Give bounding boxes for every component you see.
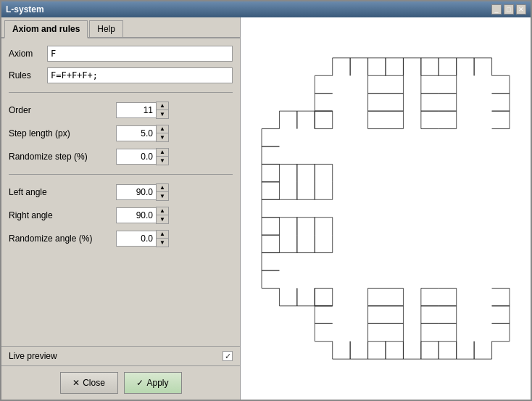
window-title: L-system <box>6 4 44 15</box>
separator-2 <box>9 174 233 175</box>
randomize-angle-spinner-buttons: ▲ ▼ <box>156 230 169 247</box>
order-spinner: ▲ ▼ <box>116 102 169 119</box>
randomize-step-row: Randomize step (%) ▲ ▼ <box>9 148 233 165</box>
order-row: Order ▲ ▼ <box>9 102 233 119</box>
randomize-step-label: Randomize step (%) <box>9 152 110 162</box>
randomize-angle-up-button[interactable]: ▲ <box>157 231 168 239</box>
separator-1 <box>9 92 233 93</box>
tab-help[interactable]: Help <box>89 20 123 37</box>
minimize-button[interactable]: _ <box>491 4 502 15</box>
right-angle-down-button[interactable]: ▼ <box>157 215 168 223</box>
close-button-label: Close <box>83 378 105 388</box>
content-area: Axiom and rules Help Axiom Rules Order <box>1 17 531 400</box>
order-spinner-buttons: ▲ ▼ <box>156 102 169 119</box>
randomize-angle-spinner: ▲ ▼ <box>116 230 169 247</box>
step-length-down-button[interactable]: ▼ <box>157 133 168 141</box>
main-window: L-system _ □ ✕ Axiom and rules Help Axio… <box>0 0 532 401</box>
randomize-angle-input[interactable] <box>116 231 156 247</box>
order-label: Order <box>9 105 110 115</box>
left-angle-row: Left angle ▲ ▼ <box>9 183 233 201</box>
right-angle-spinner-buttons: ▲ ▼ <box>156 207 169 224</box>
left-angle-down-button[interactable]: ▼ <box>157 192 168 200</box>
close-window-button[interactable]: ✕ <box>516 4 526 15</box>
left-angle-up-button[interactable]: ▲ <box>157 184 168 192</box>
step-length-spinner-buttons: ▲ ▼ <box>156 125 169 142</box>
rules-row: Rules <box>9 67 233 83</box>
live-preview-label: Live preview <box>9 351 57 361</box>
right-panel <box>241 17 531 400</box>
randomize-step-spinner: ▲ ▼ <box>116 148 169 165</box>
randomize-step-input[interactable] <box>116 149 156 165</box>
order-input[interactable] <box>116 102 156 118</box>
step-length-input[interactable] <box>116 125 156 141</box>
bottom-buttons: ✕ Close ✓ Apply <box>1 365 240 400</box>
left-angle-spinner-buttons: ▲ ▼ <box>156 183 169 201</box>
step-length-up-button[interactable]: ▲ <box>157 125 168 133</box>
randomize-angle-label: Randomize angle (%) <box>9 233 110 244</box>
right-angle-up-button[interactable]: ▲ <box>157 207 168 215</box>
form-area: Axiom Rules Order ▲ ▼ <box>1 38 240 346</box>
step-length-spinner: ▲ ▼ <box>116 125 169 142</box>
right-angle-input[interactable] <box>116 207 156 223</box>
axiom-row: Axiom <box>9 46 233 62</box>
randomize-step-spinner-buttons: ▲ ▼ <box>156 148 169 165</box>
titlebar: L-system _ □ ✕ <box>1 1 531 17</box>
axiom-input[interactable] <box>47 46 233 62</box>
left-panel: Axiom and rules Help Axiom Rules Order <box>1 17 241 400</box>
titlebar-buttons: _ □ ✕ <box>491 4 526 15</box>
lsystem-canvas <box>241 17 531 400</box>
checkbox-check-icon: ✓ <box>225 352 231 361</box>
axiom-label: Axiom <box>9 49 41 59</box>
order-down-button[interactable]: ▼ <box>157 110 168 118</box>
live-preview-row: Live preview ✓ <box>1 346 240 365</box>
right-angle-row: Right angle ▲ ▼ <box>9 207 233 224</box>
randomize-angle-row: Randomize angle (%) ▲ ▼ <box>9 230 233 247</box>
left-angle-spinner: ▲ ▼ <box>116 183 169 201</box>
order-up-button[interactable]: ▲ <box>157 102 168 110</box>
close-icon: ✕ <box>72 378 80 388</box>
randomize-step-up-button[interactable]: ▲ <box>157 149 168 157</box>
right-angle-spinner: ▲ ▼ <box>116 207 169 224</box>
tab-bar: Axiom and rules Help <box>1 17 240 38</box>
randomize-step-down-button[interactable]: ▼ <box>157 157 168 165</box>
rules-label: Rules <box>9 70 41 80</box>
maximize-button[interactable]: □ <box>504 4 514 15</box>
left-angle-input[interactable] <box>116 184 156 200</box>
rules-input[interactable] <box>47 67 233 83</box>
apply-icon: ✓ <box>136 378 144 388</box>
right-angle-label: Right angle <box>9 210 110 220</box>
step-length-label: Step length (px) <box>9 128 110 139</box>
tab-axiom-and-rules[interactable]: Axiom and rules <box>4 20 88 38</box>
live-preview-checkbox[interactable]: ✓ <box>223 351 233 361</box>
left-angle-label: Left angle <box>9 187 110 197</box>
apply-button-label: Apply <box>146 378 168 388</box>
close-button[interactable]: ✕ Close <box>60 372 118 394</box>
apply-button[interactable]: ✓ Apply <box>124 372 182 394</box>
randomize-angle-down-button[interactable]: ▼ <box>157 239 168 247</box>
step-length-row: Step length (px) ▲ ▼ <box>9 125 233 142</box>
